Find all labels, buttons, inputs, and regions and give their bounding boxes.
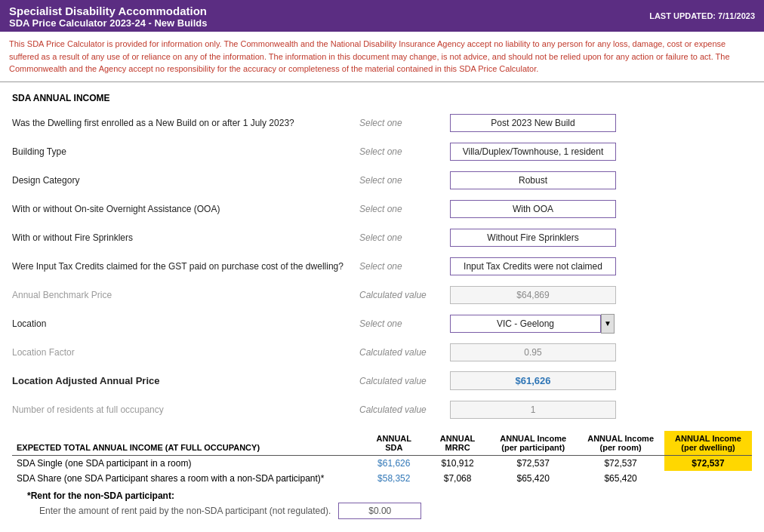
dropdown-btn-0[interactable]: Post 2023 New Build xyxy=(450,114,616,132)
income-row-mrrc: $7,068 xyxy=(426,471,489,486)
income-col-per-dwelling: ANNUAL Income(per dwelling) xyxy=(664,431,752,456)
income-row-per-participant: $65,420 xyxy=(489,471,577,486)
form-value-0[interactable]: Post 2023 New Build xyxy=(450,114,616,132)
form-label-7: Location xyxy=(12,318,359,329)
form-value-8: 0.95 xyxy=(450,343,616,361)
form-row-6: Annual Benchmark PriceCalculated value$6… xyxy=(12,284,752,306)
last-updated: LAST UPDATED: 7/11/2023 xyxy=(649,0,764,32)
form-label-0: Was the Dwelling first enrolled as a New… xyxy=(12,118,359,128)
form-select-label-8: Calculated value xyxy=(359,347,450,358)
form-row-9: Location Adjusted Annual PriceCalculated… xyxy=(12,371,752,392)
dropdown-btn-7[interactable]: VIC - Geelong xyxy=(450,315,601,333)
income-row-per-participant: $72,537 xyxy=(489,455,577,471)
table-row: SDA Single (one SDA participant in a roo… xyxy=(12,455,752,471)
calc-value-10: 1 xyxy=(450,401,616,419)
form-label-3: With or without On-site Overnight Assist… xyxy=(12,204,359,214)
form-select-label-5: Select one xyxy=(359,261,450,272)
form-select-label-3: Select one xyxy=(359,204,450,214)
income-table: EXPECTED TOTAL ANNUAL INCOME (AT FULL OC… xyxy=(12,431,752,486)
table-row: SDA Share (one SDA Participant shares a … xyxy=(12,471,752,486)
income-row-desc: SDA Single (one SDA participant in a roo… xyxy=(12,455,362,471)
form-row-2: Design CategorySelect oneRobust xyxy=(12,170,752,191)
form-value-6: $64,869 xyxy=(450,286,616,304)
income-col-description: EXPECTED TOTAL ANNUAL INCOME (AT FULL OC… xyxy=(12,431,362,456)
form-select-label-2: Select one xyxy=(359,175,450,186)
form-value-3[interactable]: With OOA xyxy=(450,200,616,218)
form-label-8: Location Factor xyxy=(12,347,359,358)
rent-input[interactable] xyxy=(338,503,421,519)
form-row-7: LocationSelect oneVIC - Geelong▼ xyxy=(12,313,752,334)
app-title: Specialist Disability Accommodation xyxy=(9,5,640,17)
form-label-5: Were Input Tax Credits claimed for the G… xyxy=(12,261,359,272)
income-row-per-dwelling xyxy=(664,471,752,486)
form-value-10: 1 xyxy=(450,401,616,419)
dropdown-btn-3[interactable]: With OOA xyxy=(450,200,616,218)
form-select-label-0: Select one xyxy=(359,118,450,128)
disclaimer-text: This SDA Price Calculator is provided fo… xyxy=(0,32,764,82)
dropdown-btn-4[interactable]: Without Fire Sprinklers xyxy=(450,229,616,247)
form-value-5[interactable]: Input Tax Credits were not claimed xyxy=(450,257,616,275)
form-select-label-1: Select one xyxy=(359,146,450,157)
form-row-4: With or without Fire SprinklersSelect on… xyxy=(12,227,752,248)
last-updated-label: LAST UPDATED: xyxy=(649,11,716,20)
income-row-sda: $58,352 xyxy=(362,471,426,486)
dropdown-arrow-icon-7[interactable]: ▼ xyxy=(601,314,615,334)
form-select-label-4: Select one xyxy=(359,232,450,243)
form-row-0: Was the Dwelling first enrolled as a New… xyxy=(12,112,752,134)
form-row-1: Building TypeSelect oneVilla/Duplex/Town… xyxy=(12,141,752,162)
form-value-4[interactable]: Without Fire Sprinklers xyxy=(450,229,616,247)
form-label-9: Location Adjusted Annual Price xyxy=(12,375,359,386)
form-row-8: Location FactorCalculated value0.95 xyxy=(12,342,752,363)
form-label-4: With or without Fire Sprinklers xyxy=(12,232,359,243)
form-label-10: Number of residents at full occupancy xyxy=(12,404,359,415)
dropdown-btn-1[interactable]: Villa/Duplex/Townhouse, 1 resident xyxy=(450,143,616,161)
form-label-1: Building Type xyxy=(12,146,359,157)
form-select-label-7: Select one xyxy=(359,318,450,329)
income-row-sda: $61,626 xyxy=(362,455,426,471)
form-value-2[interactable]: Robust xyxy=(450,171,616,189)
dropdown-btn-5[interactable]: Input Tax Credits were not claimed xyxy=(450,257,616,275)
form-value-9: $61,626 xyxy=(450,371,616,390)
calc-value-highlight-9: $61,626 xyxy=(450,371,616,390)
last-updated-date: 7/11/2023 xyxy=(718,11,755,20)
income-row-per-room: $65,420 xyxy=(577,471,664,486)
rent-bold-label: *Rent for the non-SDA participant: xyxy=(27,490,752,501)
income-section-label: EXPECTED TOTAL ANNUAL INCOME (AT FULL OC… xyxy=(17,443,260,452)
income-col-sda: ANNUALSDA xyxy=(362,431,426,456)
form-value-1[interactable]: Villa/Duplex/Townhouse, 1 resident xyxy=(450,143,616,161)
form-row-10: Number of residents at full occupancyCal… xyxy=(12,399,752,420)
dropdown-btn-2[interactable]: Robust xyxy=(450,171,616,189)
income-col-per-participant: ANNUAL Income(per participant) xyxy=(489,431,577,456)
app-subtitle: SDA Price Calculator 2023-24 - New Build… xyxy=(9,17,640,29)
form-label-6: Annual Benchmark Price xyxy=(12,290,359,300)
income-row-desc: SDA Share (one SDA Participant shares a … xyxy=(12,471,362,486)
income-row-per-room: $72,537 xyxy=(577,455,664,471)
form-row-5: Were Input Tax Credits claimed for the G… xyxy=(12,256,752,277)
income-row-mrrc: $10,912 xyxy=(426,455,489,471)
section-title: SDA ANNUAL INCOME xyxy=(12,93,752,103)
calc-value-8: 0.95 xyxy=(450,343,616,361)
form-select-label-6: Calculated value xyxy=(359,290,450,300)
form-select-label-9: Calculated value xyxy=(359,376,450,386)
form-select-label-10: Calculated value xyxy=(359,404,450,415)
form-label-2: Design Category xyxy=(12,175,359,186)
income-col-mrrc: ANNUALMRRC xyxy=(426,431,489,456)
income-col-per-room: ANNUAL Income(per room) xyxy=(577,431,664,456)
form-value-7[interactable]: VIC - Geelong▼ xyxy=(450,314,616,334)
income-row-per-dwelling: $72,537 xyxy=(664,455,752,471)
calc-value-6: $64,869 xyxy=(450,286,616,304)
form-row-3: With or without On-site Overnight Assist… xyxy=(12,198,752,220)
dropdown-arrow-wrap-7: VIC - Geelong▼ xyxy=(450,314,616,334)
rent-indent-label: Enter the amount of rent paid by the non… xyxy=(27,506,331,516)
